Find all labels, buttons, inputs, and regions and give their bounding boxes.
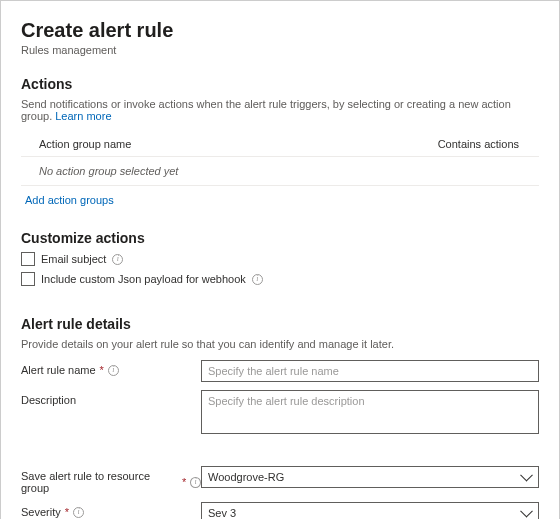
- info-icon[interactable]: [108, 365, 119, 376]
- info-icon[interactable]: [73, 507, 84, 518]
- page-title: Create alert rule: [21, 19, 539, 42]
- action-group-table: Action group name Contains actions No ac…: [21, 132, 539, 186]
- resource-group-label: Save alert rule to resource group: [21, 470, 178, 494]
- section-details-heading: Alert rule details: [21, 316, 539, 332]
- col-action-group-name: Action group name: [21, 132, 281, 157]
- col-contains-actions: Contains actions: [281, 132, 539, 157]
- severity-label: Severity: [21, 506, 61, 518]
- section-actions-heading: Actions: [21, 76, 539, 92]
- action-group-empty: No action group selected yet: [21, 157, 539, 186]
- info-icon[interactable]: [190, 477, 201, 488]
- required-indicator: *: [65, 506, 69, 518]
- info-icon[interactable]: [252, 274, 263, 285]
- alert-rule-name-input[interactable]: [201, 360, 539, 382]
- section-customize-heading: Customize actions: [21, 230, 539, 246]
- resource-group-select[interactable]: Woodgrove-RG: [201, 466, 539, 488]
- description-label: Description: [21, 394, 76, 406]
- breadcrumb: Rules management: [21, 44, 539, 56]
- alert-rule-name-label: Alert rule name: [21, 364, 96, 376]
- email-subject-label: Email subject: [41, 253, 106, 265]
- info-icon[interactable]: [112, 254, 123, 265]
- section-actions-description: Send notifications or invoke actions whe…: [21, 98, 539, 122]
- learn-more-link[interactable]: Learn more: [55, 110, 111, 122]
- severity-select[interactable]: Sev 3: [201, 502, 539, 519]
- section-details-description: Provide details on your alert rule so th…: [21, 338, 539, 350]
- required-indicator: *: [100, 364, 104, 376]
- description-input[interactable]: [201, 390, 539, 434]
- required-indicator: *: [182, 476, 186, 488]
- add-action-groups-link[interactable]: Add action groups: [25, 194, 114, 206]
- custom-json-label: Include custom Json payload for webhook: [41, 273, 246, 285]
- custom-json-checkbox[interactable]: [21, 272, 35, 286]
- email-subject-checkbox[interactable]: [21, 252, 35, 266]
